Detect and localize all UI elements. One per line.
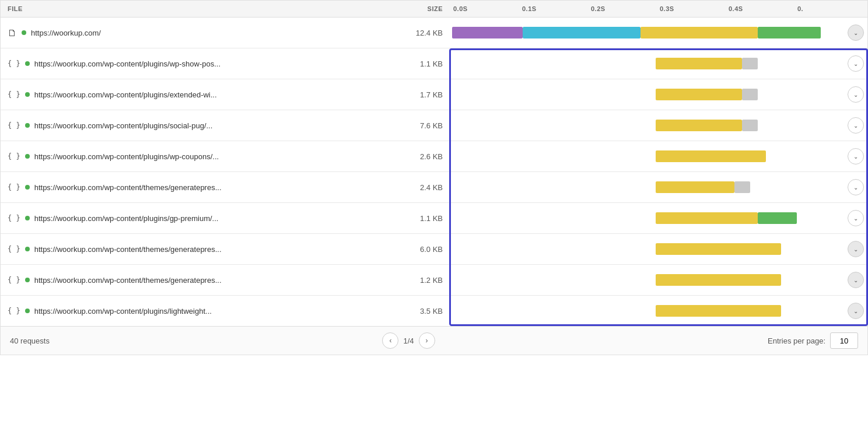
timeline-bar	[656, 181, 734, 193]
row-file-cell: 🗋https://woorkup.com/	[1, 23, 391, 43]
file-url: https://woorkup.com/wp-content/plugins/e…	[34, 90, 217, 99]
table-row: { }https://woorkup.com/wp-content/plugin…	[1, 141, 867, 172]
expand-button[interactable]: ⌄	[848, 117, 864, 134]
entries-input[interactable]	[830, 332, 858, 349]
expand-button[interactable]: ⌄	[848, 210, 864, 226]
bar-container	[452, 274, 844, 286]
file-url: https://woorkup.com/wp-content/plugins/w…	[34, 152, 219, 161]
table-header: FILE SIZE 0.0s 0.1s 0.2s 0.3s 0.4s 0.	[1, 1, 867, 17]
js-icon: { }	[8, 245, 20, 253]
expand-button[interactable]: ⌄	[848, 55, 864, 72]
file-url: https://woorkup.com/wp-content/themes/ge…	[34, 245, 222, 254]
timeline-bar	[452, 27, 523, 38]
table-body: 🗋https://woorkup.com/12.4 KB⌄{ }https://…	[1, 17, 867, 326]
js-icon: { }	[8, 214, 20, 222]
row-size-cell: 1.1 KB	[391, 209, 450, 227]
row-timeline-cell: ⌄	[450, 48, 867, 79]
row-timeline-cell: ⌄	[450, 296, 867, 326]
row-timeline-cell: ⌄	[450, 79, 867, 110]
bar-container	[452, 150, 844, 162]
bar-container	[452, 120, 844, 131]
status-dot	[25, 185, 30, 190]
row-timeline-cell: ⌄	[450, 110, 867, 141]
status-dot	[25, 278, 30, 282]
file-url: https://woorkup.com/wp-content/plugins/l…	[34, 307, 212, 316]
status-dot	[25, 154, 30, 159]
entries-label: Entries per page:	[768, 337, 825, 345]
timeline-bar	[742, 120, 758, 131]
table-row: { }https://woorkup.com/wp-content/plugin…	[1, 296, 867, 326]
table-row: { }https://woorkup.com/wp-content/themes…	[1, 172, 867, 203]
bar-container	[452, 58, 844, 69]
row-file-cell: { }https://woorkup.com/wp-content/themes…	[1, 178, 391, 197]
row-file-cell: { }https://woorkup.com/wp-content/plugin…	[1, 302, 391, 320]
expand-button[interactable]: ⌄	[848, 148, 864, 164]
network-table: FILE SIZE 0.0s 0.1s 0.2s 0.3s 0.4s 0. 🗋h…	[0, 0, 868, 355]
timeline-bar	[656, 212, 758, 224]
pagination: ‹ 1/4 ›	[382, 332, 435, 349]
timeline-bar	[758, 27, 821, 38]
prev-page-button[interactable]: ‹	[382, 332, 398, 349]
timeline-bar	[656, 120, 742, 131]
row-file-cell: { }https://woorkup.com/wp-content/themes…	[1, 271, 391, 289]
marker-1: 0.1s	[521, 5, 590, 12]
row-size-cell: 1.2 KB	[391, 271, 450, 289]
bar-container	[452, 305, 844, 317]
entries-per-page: Entries per page:	[768, 332, 858, 349]
status-dot	[25, 92, 30, 97]
timeline-bar	[656, 150, 765, 162]
bar-container	[452, 27, 844, 38]
header-file: FILE	[1, 1, 391, 17]
bar-container	[452, 181, 844, 193]
timeline-bar	[758, 212, 797, 224]
table-row: { }https://woorkup.com/wp-content/plugin…	[1, 203, 867, 234]
file-url: https://woorkup.com/	[31, 29, 101, 37]
page-icon: 🗋	[8, 27, 17, 38]
js-icon: { }	[8, 183, 20, 191]
row-size-cell: 1.1 KB	[391, 55, 450, 73]
status-dot	[25, 216, 30, 220]
js-icon: { }	[8, 59, 20, 68]
row-size-cell: 2.6 KB	[391, 148, 450, 166]
row-file-cell: { }https://woorkup.com/wp-content/plugin…	[1, 55, 391, 73]
row-file-cell: { }https://woorkup.com/wp-content/themes…	[1, 240, 391, 258]
js-icon: { }	[8, 152, 20, 160]
marker-2: 0.2s	[590, 5, 659, 12]
timeline-bar	[656, 305, 781, 317]
expand-button[interactable]: ⌄	[848, 303, 864, 319]
expand-button[interactable]: ⌄	[848, 24, 864, 41]
file-url: https://woorkup.com/wp-content/themes/ge…	[34, 276, 222, 285]
bar-container	[452, 89, 844, 100]
status-dot	[25, 61, 30, 66]
row-size-cell: 2.4 KB	[391, 178, 450, 197]
row-file-cell: { }https://woorkup.com/wp-content/plugin…	[1, 209, 391, 227]
table-row: { }https://woorkup.com/wp-content/plugin…	[1, 79, 867, 110]
row-timeline-cell: ⌄	[450, 17, 867, 48]
expand-button[interactable]: ⌄	[848, 241, 864, 257]
page-info: 1/4	[403, 337, 414, 345]
timeline-bar	[656, 58, 742, 69]
row-timeline-cell: ⌄	[450, 265, 867, 295]
row-timeline-cell: ⌄	[450, 141, 867, 171]
timeline-markers: 0.0s 0.1s 0.2s 0.3s 0.4s 0.	[452, 2, 865, 16]
expand-button[interactable]: ⌄	[848, 86, 864, 103]
row-size-cell: 3.5 KB	[391, 302, 450, 320]
js-icon: { }	[8, 121, 20, 129]
row-size-cell: 7.6 KB	[391, 117, 450, 135]
bar-container	[452, 212, 844, 224]
row-file-cell: { }https://woorkup.com/wp-content/plugin…	[1, 148, 391, 166]
expand-button[interactable]: ⌄	[848, 272, 864, 288]
row-size-cell: 1.7 KB	[391, 86, 450, 104]
status-dot	[25, 247, 30, 251]
next-page-button[interactable]: ›	[419, 332, 435, 349]
timeline-bar	[656, 243, 781, 255]
table-row: { }https://woorkup.com/wp-content/themes…	[1, 234, 867, 265]
table-footer: 40 requests ‹ 1/4 › Entries per page:	[1, 326, 867, 355]
row-file-cell: { }https://woorkup.com/wp-content/plugin…	[1, 117, 391, 135]
row-size-cell: 6.0 KB	[391, 240, 450, 258]
marker-3: 0.3s	[659, 5, 727, 12]
timeline-bar	[656, 89, 742, 100]
expand-button[interactable]: ⌄	[848, 179, 864, 195]
js-icon: { }	[8, 276, 20, 284]
timeline-bar	[742, 89, 758, 100]
